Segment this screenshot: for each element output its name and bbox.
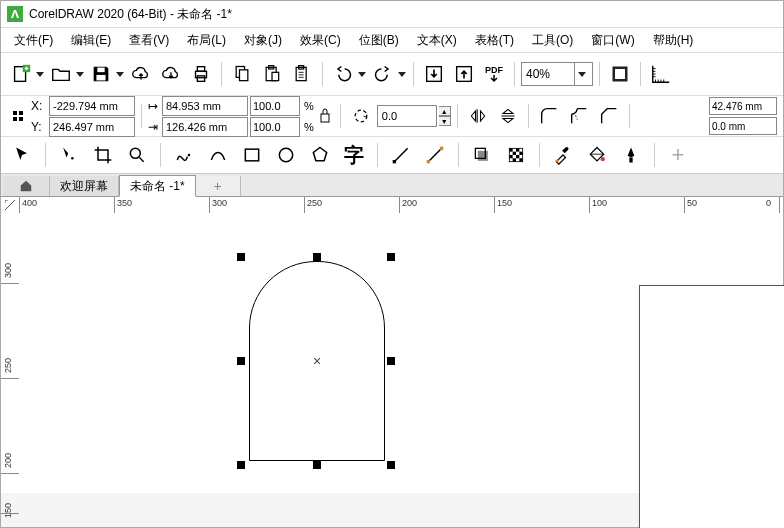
outline-width-input[interactable] [709, 97, 777, 115]
connector-tool[interactable] [420, 140, 450, 170]
menu-edit[interactable]: 编辑(E) [62, 30, 120, 51]
rotation-input[interactable]: 0.0 [377, 105, 437, 127]
scale-y-input[interactable] [250, 117, 300, 137]
open-dropdown[interactable] [75, 69, 85, 79]
document-tabs: 欢迎屏幕 未命名 -1* + [1, 174, 783, 197]
canvas[interactable]: × [19, 213, 783, 493]
save-dropdown[interactable] [115, 69, 125, 79]
redo-button[interactable] [369, 60, 397, 88]
menu-table[interactable]: 表格(T) [466, 30, 523, 51]
add-tool[interactable]: + [663, 140, 693, 170]
ellipse-tool[interactable] [271, 140, 301, 170]
redo-dropdown[interactable] [397, 69, 407, 79]
new-dropdown[interactable] [35, 69, 45, 79]
menu-view[interactable]: 查看(V) [120, 30, 178, 51]
handle-mr[interactable] [387, 357, 395, 365]
tab-add[interactable]: + [196, 176, 241, 196]
save-button[interactable] [87, 60, 115, 88]
eyedropper-tool[interactable] [548, 140, 578, 170]
mirror-v-button[interactable] [494, 102, 522, 130]
undo-button[interactable] [329, 60, 357, 88]
tab-home[interactable] [3, 176, 50, 196]
zoom-dropdown[interactable] [574, 63, 589, 85]
fill-tool[interactable] [582, 140, 612, 170]
crop-tool[interactable] [88, 140, 118, 170]
pick-tool[interactable] [7, 140, 37, 170]
copy-button[interactable] [228, 60, 256, 88]
handle-tl[interactable] [237, 253, 245, 261]
curve-tool[interactable] [203, 140, 233, 170]
cloud-save-button[interactable] [157, 60, 185, 88]
mirror-h-button[interactable] [464, 102, 492, 130]
svg-rect-28 [427, 160, 430, 163]
handle-tm[interactable] [313, 253, 321, 261]
height-input[interactable] [162, 117, 248, 137]
transparency-tool[interactable] [501, 140, 531, 170]
toolbox: 字 + [1, 137, 783, 174]
menu-tool[interactable]: 工具(O) [523, 30, 582, 51]
ruler-horizontal[interactable]: 400 350 300 250 200 150 100 50 0 [19, 197, 783, 214]
open-button[interactable] [47, 60, 75, 88]
import-button[interactable] [420, 60, 448, 88]
center-marker[interactable]: × [313, 353, 321, 369]
lock-ratio-button[interactable] [316, 100, 334, 132]
publish-pdf-button[interactable]: PDF [480, 60, 508, 88]
outline-offset-input[interactable] [709, 117, 777, 135]
svg-rect-36 [519, 152, 522, 155]
outline-props [709, 97, 777, 135]
width-input[interactable] [162, 96, 248, 116]
menu-text[interactable]: 文本(X) [408, 30, 466, 51]
zoom-combo[interactable] [521, 62, 593, 86]
corner-scallop-button[interactable] [565, 102, 593, 130]
fullscreen-button[interactable] [606, 60, 634, 88]
rotation-spinner[interactable]: ▲▼ [439, 106, 451, 126]
text-tool[interactable]: 字 [339, 140, 369, 170]
paste-button[interactable] [258, 60, 286, 88]
undo-dropdown[interactable] [357, 69, 367, 79]
scale-x-input[interactable] [250, 96, 300, 116]
handle-tr[interactable] [387, 253, 395, 261]
handle-bl[interactable] [237, 461, 245, 469]
shape-tool[interactable] [54, 140, 84, 170]
cloud-open-button[interactable] [127, 60, 155, 88]
corner-round-button[interactable] [535, 102, 563, 130]
export-button[interactable] [450, 60, 478, 88]
new-button[interactable] [7, 60, 35, 88]
menu-object[interactable]: 对象(J) [235, 30, 291, 51]
svg-point-42 [601, 157, 605, 161]
ruler-icon[interactable] [647, 60, 675, 88]
property-bar: X: Y: ↦ ⇥ % % 0.0 ▲▼ [1, 96, 783, 137]
clipboard-button[interactable] [288, 60, 316, 88]
x-label: X: [31, 99, 45, 113]
outline-pen-tool[interactable] [616, 140, 646, 170]
handle-bm[interactable] [313, 461, 321, 469]
zoom-tool[interactable] [122, 140, 152, 170]
handle-ml[interactable] [237, 357, 245, 365]
tab-document[interactable]: 未命名 -1* [119, 175, 196, 197]
ruler-vertical[interactable]: 300 250 200 150 [1, 213, 20, 493]
svg-rect-18 [615, 69, 625, 79]
y-input[interactable] [49, 117, 135, 137]
rotation-icon [347, 102, 375, 130]
menu-layout[interactable]: 布局(L) [178, 30, 235, 51]
menu-help[interactable]: 帮助(H) [644, 30, 703, 51]
rectangle-tool[interactable] [237, 140, 267, 170]
ruler-origin[interactable] [1, 197, 20, 214]
x-input[interactable] [49, 96, 135, 116]
page-boundary [639, 285, 784, 528]
width-icon: ↦ [148, 99, 158, 113]
handle-br[interactable] [387, 461, 395, 469]
polygon-tool[interactable] [305, 140, 335, 170]
tab-welcome[interactable]: 欢迎屏幕 [50, 176, 119, 196]
line-tool[interactable] [386, 140, 416, 170]
zoom-input[interactable] [522, 67, 574, 81]
title-bar: CorelDRAW 2020 (64-Bit) - 未命名 -1* [1, 1, 783, 28]
menu-file[interactable]: 文件(F) [5, 30, 62, 51]
menu-bitmap[interactable]: 位图(B) [350, 30, 408, 51]
dropshadow-tool[interactable] [467, 140, 497, 170]
corner-chamfer-button[interactable] [595, 102, 623, 130]
freehand-tool[interactable] [169, 140, 199, 170]
menu-window[interactable]: 窗口(W) [582, 30, 643, 51]
menu-effect[interactable]: 效果(C) [291, 30, 350, 51]
print-button[interactable] [187, 60, 215, 88]
